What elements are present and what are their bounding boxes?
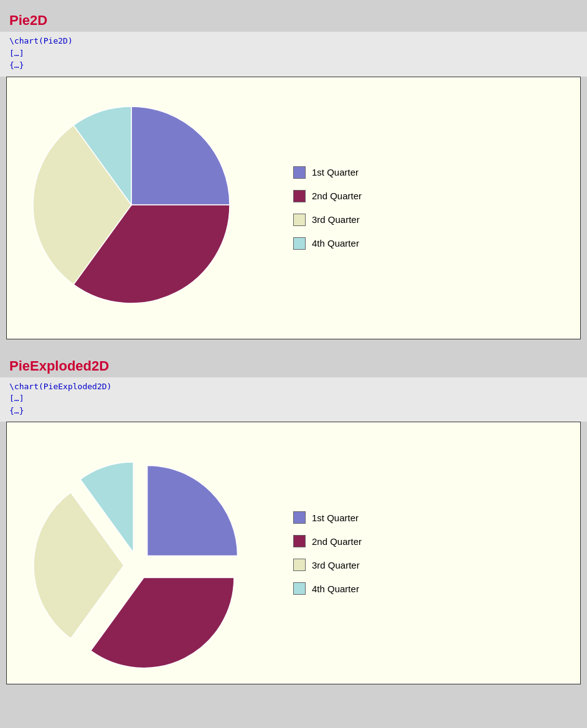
exploded-legend-swatch-2 — [293, 535, 306, 547]
legend-item-3: 3rd Quarter — [293, 214, 362, 226]
pieexploded2d-legend: 1st Quarter 2nd Quarter 3rd Quarter 4th … — [293, 511, 362, 595]
legend-swatch-3 — [293, 214, 306, 226]
pieexploded2d-code-line1: \chart(PieExploded2D) — [9, 381, 578, 393]
exploded-legend-swatch-1 — [293, 511, 306, 524]
exploded-legend-item-3: 3rd Quarter — [293, 559, 362, 571]
pieexploded2d-code-line3: {…} — [9, 405, 578, 417]
pieexploded2d-title: PieExploded2D — [0, 352, 587, 377]
pie2d-code-line2: […] — [9, 47, 578, 60]
pieexploded2d-svg — [19, 435, 256, 678]
exploded-legend-label-1: 1st Quarter — [312, 513, 359, 523]
pie2d-chart-container: 1st Quarter 2nd Quarter 3rd Quarter 4th … — [6, 77, 581, 339]
exploded-legend-label-2: 2nd Quarter — [312, 536, 362, 547]
legend-swatch-2 — [293, 190, 306, 202]
pie2d-title: Pie2D — [0, 6, 587, 32]
exploded-legend-item-2: 2nd Quarter — [293, 535, 362, 547]
legend-item-4: 4th Quarter — [293, 237, 362, 250]
pieexploded2d-chart-container: 1st Quarter 2nd Quarter 3rd Quarter 4th … — [6, 422, 581, 684]
exploded-legend-label-3: 3rd Quarter — [312, 560, 360, 570]
pie2d-section: Pie2D \chart(Pie2D) […] {…} 1st Quarter … — [0, 6, 587, 339]
legend-swatch-1 — [293, 166, 306, 179]
legend-label-4: 4th Quarter — [312, 238, 359, 248]
exploded-legend-swatch-3 — [293, 559, 306, 571]
pieexploded2d-code-line2: […] — [9, 392, 578, 405]
legend-label-2: 2nd Quarter — [312, 191, 362, 201]
legend-item-1: 1st Quarter — [293, 166, 362, 179]
pieexploded2d-chart — [19, 435, 256, 671]
legend-item-2: 2nd Quarter — [293, 190, 362, 202]
exploded-legend-item-4: 4th Quarter — [293, 582, 362, 595]
pieexploded2d-code: \chart(PieExploded2D) […] {…} — [0, 377, 587, 422]
legend-swatch-4 — [293, 237, 306, 250]
exploded-legend-item-1: 1st Quarter — [293, 511, 362, 524]
legend-label-1: 1st Quarter — [312, 167, 359, 177]
pieexploded2d-section: PieExploded2D \chart(PieExploded2D) […] … — [0, 352, 587, 685]
pie2d-code: \chart(Pie2D) […] {…} — [0, 32, 587, 77]
pie2d-legend: 1st Quarter 2nd Quarter 3rd Quarter 4th … — [293, 166, 362, 250]
pie2d-code-line1: \chart(Pie2D) — [9, 35, 578, 47]
pie2d-svg — [19, 90, 243, 314]
exploded-legend-swatch-4 — [293, 582, 306, 595]
pie2d-code-line3: {…} — [9, 59, 578, 72]
legend-label-3: 3rd Quarter — [312, 214, 360, 225]
exploded-legend-label-4: 4th Quarter — [312, 584, 359, 594]
pie2d-chart — [19, 90, 256, 326]
